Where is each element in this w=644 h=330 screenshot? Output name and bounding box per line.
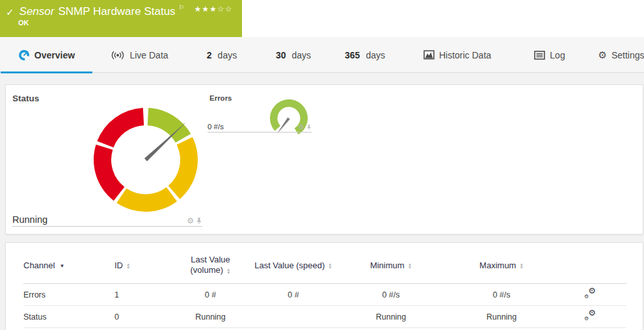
flag-icon[interactable]: ⚐ — [179, 4, 185, 11]
object-kind-label: Sensor — [20, 5, 55, 18]
tab-label: days — [366, 50, 385, 60]
gauge-icon — [18, 49, 30, 61]
tab-label: Historic Data — [439, 50, 491, 60]
table-header-row: Channel▼ ID▲▼ Last Value (volume)▲▼ Last… — [23, 243, 626, 284]
tab-label: Settings — [611, 50, 644, 60]
area-chart-icon — [423, 50, 435, 60]
column-header-channel[interactable]: Channel▼ — [23, 260, 114, 270]
star-filled-icon[interactable]: ★ — [195, 5, 202, 14]
status-value-row: Running ⚙ — [12, 211, 202, 227]
tab-historic-data[interactable]: Historic Data — [401, 37, 514, 73]
sort-icon: ▲▼ — [519, 262, 523, 269]
sort-desc-icon: ▼ — [59, 263, 64, 269]
column-header-last-value-volume[interactable]: Last Value (volume)▲▼ — [167, 255, 254, 275]
channel-id: 1 — [114, 290, 167, 299]
sensor-status-badge: OK — [18, 19, 242, 27]
tab-overview[interactable]: Overview — [0, 37, 93, 73]
status-gauge-label: Status — [12, 94, 39, 103]
tab-2-days[interactable]: 2 days — [186, 37, 258, 73]
table-row-status: Status 0 Running Running Running ⚙⚙ — [23, 306, 626, 328]
star-filled-icon[interactable]: ★ — [209, 5, 217, 14]
table-row-errors: Errors 1 0 # 0 # 0 #/s 0 #/s ⚙⚙ — [23, 284, 626, 306]
gauge-settings-gear-icon[interactable]: ⚙ — [299, 124, 304, 131]
sort-icon: ▲▼ — [408, 262, 412, 269]
star-empty-icon[interactable]: ☆ — [217, 5, 225, 14]
pin-icon[interactable] — [196, 217, 202, 225]
tab-label: Live Data — [129, 50, 168, 60]
errors-value-row: 0 #/s ⚙ — [208, 118, 312, 133]
tab-log[interactable]: Log — [514, 37, 585, 73]
tab-30-days[interactable]: 30 days — [258, 37, 329, 73]
tab-365-days[interactable]: 365 days — [329, 37, 401, 73]
star-empty-icon[interactable]: ☆ — [225, 5, 233, 14]
log-list-icon — [534, 51, 545, 60]
overview-gauges-panel: Status Running ⚙ Errors 0 #/s ⚙ — [5, 84, 643, 235]
tab-label: days — [292, 50, 312, 60]
column-header-last-value-speed[interactable]: Last Value (speed)▲▼ — [254, 260, 332, 270]
errors-current-value: 0 #/s — [208, 123, 224, 131]
maximum-value: Running — [449, 312, 554, 322]
active-tab-underline — [1, 71, 92, 73]
last-value-volume: Running — [167, 312, 254, 322]
status-check-icon: ✓ — [6, 6, 14, 18]
minimum-value: Running — [332, 312, 449, 322]
channel-settings-icon[interactable]: ⚙⚙ — [584, 289, 596, 299]
tab-settings[interactable]: ⚙ Settings — [585, 37, 644, 73]
column-header-id[interactable]: ID▲▼ — [114, 260, 167, 270]
tab-label: Log — [550, 50, 565, 60]
sort-icon: ▲▼ — [126, 262, 130, 269]
tab-number: 30 — [276, 50, 286, 60]
sensor-overview-page: ✓ Sensor SNMP Hardware Status ⚐ ★★★☆☆ OK… — [0, 0, 644, 330]
sensor-title: SNMP Hardware Status — [58, 5, 175, 18]
sort-icon: ▲▼ — [328, 262, 332, 269]
channel-name: Errors — [23, 290, 114, 299]
last-value-speed: 0 # — [254, 290, 332, 299]
star-rating[interactable]: ★★★☆☆ — [195, 5, 233, 14]
sort-icon: ▲▼ — [226, 268, 230, 274]
tab-number: 365 — [345, 50, 360, 60]
broadcast-icon — [111, 51, 125, 60]
status-current-value: Running — [12, 214, 47, 225]
errors-gauge-label: Errors — [209, 94, 232, 102]
tab-bar: Overview Live Data 2 days 30 days 365 da… — [0, 37, 644, 73]
gauge-settings-gear-icon[interactable]: ⚙ — [187, 217, 194, 225]
maximum-value: 0 #/s — [449, 290, 554, 299]
tab-number: 2 — [207, 50, 212, 60]
star-filled-icon[interactable]: ★ — [202, 5, 209, 14]
channels-table: Channel▼ ID▲▼ Last Value (volume)▲▼ Last… — [6, 243, 643, 328]
channels-table-panel: Channel▼ ID▲▼ Last Value (volume)▲▼ Last… — [5, 242, 643, 330]
channel-name: Status — [23, 312, 114, 322]
tab-label: Overview — [34, 50, 75, 60]
channel-id: 0 — [114, 312, 167, 322]
sensor-header: ✓ Sensor SNMP Hardware Status ⚐ ★★★☆☆ OK — [0, 0, 242, 37]
column-header-minimum[interactable]: Minimum▲▼ — [332, 260, 449, 270]
gear-icon: ⚙ — [598, 50, 606, 60]
minimum-value: 0 #/s — [332, 290, 449, 299]
page-header-strip: ✓ Sensor SNMP Hardware Status ⚐ ★★★☆☆ OK — [0, 0, 644, 37]
last-value-volume: 0 # — [167, 290, 254, 299]
channel-settings-icon[interactable]: ⚙⚙ — [584, 311, 596, 321]
pin-icon[interactable] — [306, 124, 312, 131]
tab-label: days — [218, 50, 237, 60]
column-header-maximum[interactable]: Maximum▲▼ — [449, 260, 554, 270]
status-gauge — [88, 103, 203, 217]
tab-live-data[interactable]: Live Data — [93, 37, 186, 73]
